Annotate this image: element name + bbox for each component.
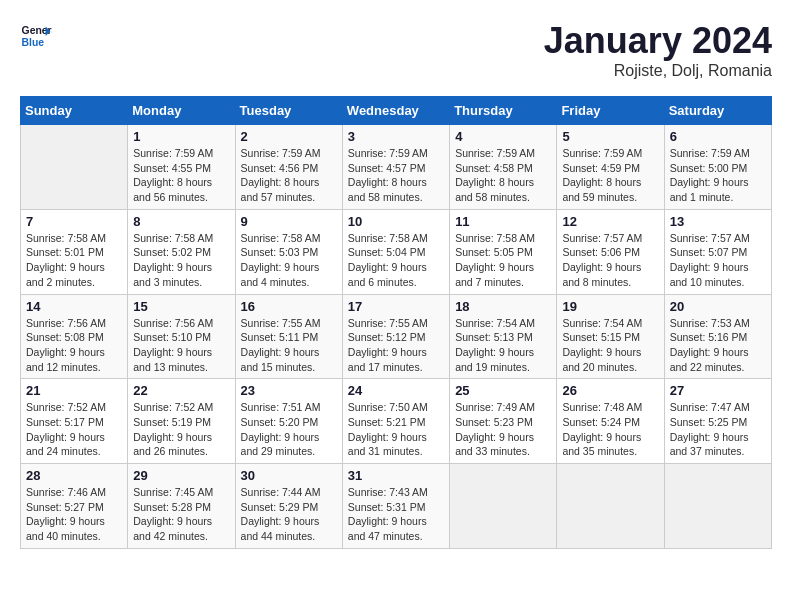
calendar-cell [450,464,557,549]
calendar-cell: 7Sunrise: 7:58 AM Sunset: 5:01 PM Daylig… [21,209,128,294]
calendar-cell: 19Sunrise: 7:54 AM Sunset: 5:15 PM Dayli… [557,294,664,379]
header-cell-sunday: Sunday [21,97,128,125]
day-info: Sunrise: 7:51 AM Sunset: 5:20 PM Dayligh… [241,400,337,459]
calendar-cell: 29Sunrise: 7:45 AM Sunset: 5:28 PM Dayli… [128,464,235,549]
calendar-cell: 21Sunrise: 7:52 AM Sunset: 5:17 PM Dayli… [21,379,128,464]
logo: General Blue General Blue [20,20,52,52]
day-number: 19 [562,299,658,314]
page-header: General Blue General Blue January 2024 R… [20,20,772,80]
day-info: Sunrise: 7:44 AM Sunset: 5:29 PM Dayligh… [241,485,337,544]
day-number: 22 [133,383,229,398]
day-number: 28 [26,468,122,483]
day-info: Sunrise: 7:59 AM Sunset: 4:58 PM Dayligh… [455,146,551,205]
day-number: 31 [348,468,444,483]
calendar-cell: 8Sunrise: 7:58 AM Sunset: 5:02 PM Daylig… [128,209,235,294]
day-info: Sunrise: 7:52 AM Sunset: 5:19 PM Dayligh… [133,400,229,459]
day-number: 7 [26,214,122,229]
calendar-cell: 27Sunrise: 7:47 AM Sunset: 5:25 PM Dayli… [664,379,771,464]
calendar-cell: 5Sunrise: 7:59 AM Sunset: 4:59 PM Daylig… [557,125,664,210]
calendar-cell: 20Sunrise: 7:53 AM Sunset: 5:16 PM Dayli… [664,294,771,379]
calendar-cell [557,464,664,549]
day-info: Sunrise: 7:58 AM Sunset: 5:05 PM Dayligh… [455,231,551,290]
day-info: Sunrise: 7:50 AM Sunset: 5:21 PM Dayligh… [348,400,444,459]
day-number: 8 [133,214,229,229]
header-cell-friday: Friday [557,97,664,125]
day-info: Sunrise: 7:56 AM Sunset: 5:10 PM Dayligh… [133,316,229,375]
header-cell-thursday: Thursday [450,97,557,125]
day-number: 29 [133,468,229,483]
day-info: Sunrise: 7:45 AM Sunset: 5:28 PM Dayligh… [133,485,229,544]
calendar-body: 1Sunrise: 7:59 AM Sunset: 4:55 PM Daylig… [21,125,772,549]
day-info: Sunrise: 7:55 AM Sunset: 5:11 PM Dayligh… [241,316,337,375]
calendar-cell: 18Sunrise: 7:54 AM Sunset: 5:13 PM Dayli… [450,294,557,379]
day-info: Sunrise: 7:59 AM Sunset: 4:56 PM Dayligh… [241,146,337,205]
day-number: 25 [455,383,551,398]
day-info: Sunrise: 7:53 AM Sunset: 5:16 PM Dayligh… [670,316,766,375]
day-info: Sunrise: 7:54 AM Sunset: 5:15 PM Dayligh… [562,316,658,375]
day-number: 27 [670,383,766,398]
header-cell-monday: Monday [128,97,235,125]
day-number: 30 [241,468,337,483]
day-info: Sunrise: 7:55 AM Sunset: 5:12 PM Dayligh… [348,316,444,375]
logo-icon: General Blue [20,20,52,52]
calendar-cell [21,125,128,210]
day-info: Sunrise: 7:52 AM Sunset: 5:17 PM Dayligh… [26,400,122,459]
day-number: 10 [348,214,444,229]
day-number: 23 [241,383,337,398]
header-cell-wednesday: Wednesday [342,97,449,125]
day-info: Sunrise: 7:54 AM Sunset: 5:13 PM Dayligh… [455,316,551,375]
day-number: 3 [348,129,444,144]
calendar-cell: 24Sunrise: 7:50 AM Sunset: 5:21 PM Dayli… [342,379,449,464]
calendar-cell: 30Sunrise: 7:44 AM Sunset: 5:29 PM Dayli… [235,464,342,549]
day-info: Sunrise: 7:49 AM Sunset: 5:23 PM Dayligh… [455,400,551,459]
day-number: 17 [348,299,444,314]
calendar-cell: 17Sunrise: 7:55 AM Sunset: 5:12 PM Dayli… [342,294,449,379]
day-info: Sunrise: 7:58 AM Sunset: 5:03 PM Dayligh… [241,231,337,290]
day-number: 9 [241,214,337,229]
day-number: 21 [26,383,122,398]
day-info: Sunrise: 7:58 AM Sunset: 5:02 PM Dayligh… [133,231,229,290]
calendar-cell: 4Sunrise: 7:59 AM Sunset: 4:58 PM Daylig… [450,125,557,210]
calendar-cell: 23Sunrise: 7:51 AM Sunset: 5:20 PM Dayli… [235,379,342,464]
calendar-cell: 10Sunrise: 7:58 AM Sunset: 5:04 PM Dayli… [342,209,449,294]
header-cell-saturday: Saturday [664,97,771,125]
calendar-cell: 25Sunrise: 7:49 AM Sunset: 5:23 PM Dayli… [450,379,557,464]
calendar-cell: 28Sunrise: 7:46 AM Sunset: 5:27 PM Dayli… [21,464,128,549]
title-block: January 2024 Rojiste, Dolj, Romania [544,20,772,80]
day-number: 20 [670,299,766,314]
day-number: 26 [562,383,658,398]
calendar-cell [664,464,771,549]
header-row: SundayMondayTuesdayWednesdayThursdayFrid… [21,97,772,125]
day-number: 2 [241,129,337,144]
calendar-cell: 16Sunrise: 7:55 AM Sunset: 5:11 PM Dayli… [235,294,342,379]
day-info: Sunrise: 7:56 AM Sunset: 5:08 PM Dayligh… [26,316,122,375]
header-cell-tuesday: Tuesday [235,97,342,125]
calendar-week-5: 28Sunrise: 7:46 AM Sunset: 5:27 PM Dayli… [21,464,772,549]
calendar-table: SundayMondayTuesdayWednesdayThursdayFrid… [20,96,772,549]
day-info: Sunrise: 7:48 AM Sunset: 5:24 PM Dayligh… [562,400,658,459]
calendar-cell: 9Sunrise: 7:58 AM Sunset: 5:03 PM Daylig… [235,209,342,294]
calendar-header: SundayMondayTuesdayWednesdayThursdayFrid… [21,97,772,125]
day-info: Sunrise: 7:59 AM Sunset: 4:59 PM Dayligh… [562,146,658,205]
day-number: 15 [133,299,229,314]
day-number: 16 [241,299,337,314]
calendar-cell: 31Sunrise: 7:43 AM Sunset: 5:31 PM Dayli… [342,464,449,549]
day-number: 12 [562,214,658,229]
day-info: Sunrise: 7:58 AM Sunset: 5:04 PM Dayligh… [348,231,444,290]
day-info: Sunrise: 7:59 AM Sunset: 4:57 PM Dayligh… [348,146,444,205]
calendar-subtitle: Rojiste, Dolj, Romania [544,62,772,80]
calendar-cell: 2Sunrise: 7:59 AM Sunset: 4:56 PM Daylig… [235,125,342,210]
day-info: Sunrise: 7:47 AM Sunset: 5:25 PM Dayligh… [670,400,766,459]
calendar-week-2: 7Sunrise: 7:58 AM Sunset: 5:01 PM Daylig… [21,209,772,294]
day-number: 11 [455,214,551,229]
calendar-cell: 15Sunrise: 7:56 AM Sunset: 5:10 PM Dayli… [128,294,235,379]
day-info: Sunrise: 7:57 AM Sunset: 5:07 PM Dayligh… [670,231,766,290]
day-info: Sunrise: 7:59 AM Sunset: 5:00 PM Dayligh… [670,146,766,205]
svg-text:Blue: Blue [22,37,45,48]
day-info: Sunrise: 7:43 AM Sunset: 5:31 PM Dayligh… [348,485,444,544]
calendar-cell: 6Sunrise: 7:59 AM Sunset: 5:00 PM Daylig… [664,125,771,210]
calendar-week-1: 1Sunrise: 7:59 AM Sunset: 4:55 PM Daylig… [21,125,772,210]
day-number: 18 [455,299,551,314]
calendar-cell: 1Sunrise: 7:59 AM Sunset: 4:55 PM Daylig… [128,125,235,210]
calendar-week-3: 14Sunrise: 7:56 AM Sunset: 5:08 PM Dayli… [21,294,772,379]
